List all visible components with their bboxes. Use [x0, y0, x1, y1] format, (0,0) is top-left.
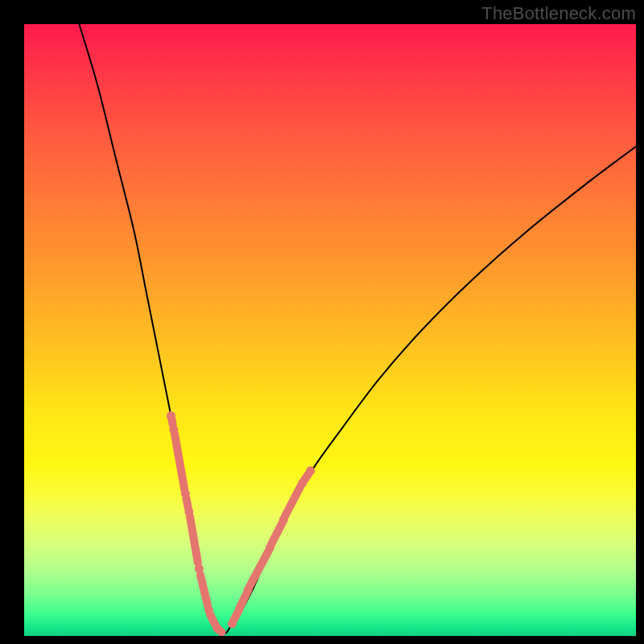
marker-dot [279, 515, 288, 524]
marker-segment [175, 434, 184, 489]
marker-segment [200, 575, 208, 605]
marker-dot [204, 606, 213, 615]
marker-dot [244, 586, 253, 595]
marker-segment [190, 517, 198, 563]
marker-segment [271, 522, 283, 544]
marker-dot [181, 489, 190, 497]
marker-segment [304, 474, 308, 481]
marker-segment [250, 551, 269, 588]
bottleneck-curve [79, 24, 636, 634]
marker-dot [213, 624, 222, 633]
marker-dot [266, 543, 275, 551]
marker-dot [298, 479, 307, 488]
watermark-text: TheBottleneck.com [481, 3, 636, 24]
chart-stage: TheBottleneck.com [0, 0, 644, 644]
marker-dot [169, 425, 178, 434]
marker-dot [167, 411, 175, 420]
curve-svg [24, 24, 636, 636]
marker-dot [184, 507, 193, 516]
marker-dot [195, 564, 204, 573]
marker-segment [186, 498, 188, 507]
marker-dot [228, 619, 237, 628]
marker-segment [233, 612, 238, 621]
marker-segment [241, 593, 247, 605]
marker-dot [306, 466, 315, 475]
marker-dot [235, 604, 244, 613]
plot-area [24, 24, 636, 636]
marker-segment [285, 486, 301, 517]
marker-group [167, 411, 315, 633]
